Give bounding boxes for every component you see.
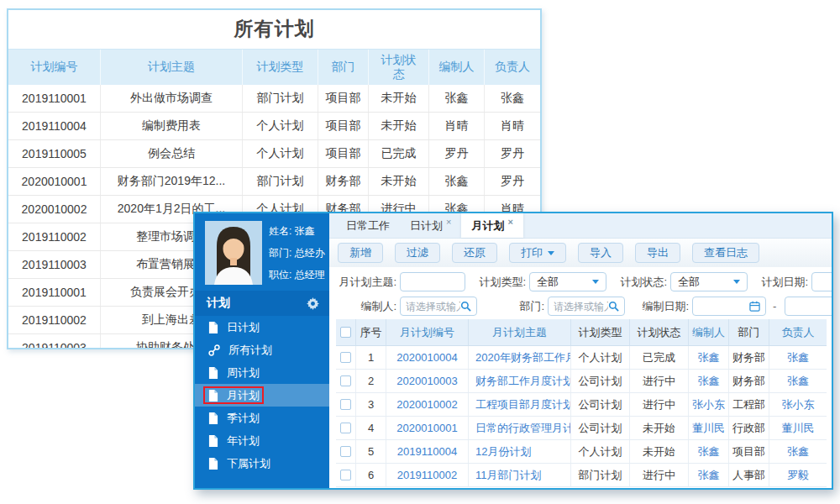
cell-status: 未开始 <box>630 417 689 439</box>
sidebar-item-下属计划[interactable]: 下属计划 <box>195 452 329 475</box>
cell-subject[interactable]: 财务部工作月度计划 <box>469 370 571 392</box>
cell-creator[interactable]: 张鑫 <box>689 370 729 392</box>
caret-down-icon <box>548 251 554 255</box>
column-header: 计划状态 <box>630 319 689 345</box>
select-all-checkbox[interactable] <box>340 327 351 338</box>
button-label: 过滤 <box>407 245 428 260</box>
tab-label: 日计划 <box>410 218 443 234</box>
sidebar-section-header: 计划 <box>195 291 329 316</box>
filter-input-月计划主题[interactable] <box>400 272 465 291</box>
还原-button[interactable]: 还原 <box>452 243 497 263</box>
row-checkbox[interactable] <box>340 399 351 410</box>
sidebar-item-月计划[interactable]: 月计划 <box>195 384 329 407</box>
filter-select-计划状态[interactable]: 全部 <box>670 272 748 291</box>
button-label: 导出 <box>647 245 669 260</box>
cell-creator[interactable]: 张鑫 <box>689 440 729 463</box>
sidebar-item-日计划[interactable]: 日计划 <box>195 316 329 339</box>
sidebar-item-所有计划[interactable]: 所有计划 <box>195 339 329 361</box>
filter-input-计划日期[interactable] <box>811 272 832 291</box>
row-checkbox[interactable] <box>340 423 351 433</box>
tab-日常工作[interactable]: 日常工作 <box>336 213 400 238</box>
cell-plan_no[interactable]: 2019110002 <box>386 464 469 486</box>
cell: 2019110001 <box>8 279 101 306</box>
close-icon[interactable]: × <box>446 217 451 227</box>
sidebar-item-季计划[interactable]: 季计划 <box>195 407 329 429</box>
cell-subject[interactable]: 日常的行政管理月计划 <box>469 417 571 439</box>
cell-plan_no[interactable]: 2020010004 <box>386 346 469 369</box>
gear-icon[interactable] <box>307 297 319 310</box>
tab-月计划[interactable]: 月计划× <box>461 213 522 238</box>
calendar-icon[interactable] <box>749 301 760 312</box>
search-input[interactable] <box>554 301 608 312</box>
cell-seq: 5 <box>356 440 386 463</box>
filter-row-2: 编制人:部门:编制日期:- <box>329 294 832 318</box>
cell-creator[interactable]: 张鑫 <box>689 346 729 369</box>
查看日志-button[interactable]: 查看日志 <box>692 243 759 263</box>
tab-label: 日常工作 <box>346 218 390 234</box>
plan-manager-window: 姓名: 张鑫 部门: 总经办 职位: 总经理 计划 日计划所有计划周计划月计划季… <box>193 212 833 490</box>
cell-owner[interactable]: 张鑫 <box>769 370 827 392</box>
cell-plan_no[interactable]: 2020010001 <box>386 417 469 439</box>
table-row: 32020010002工程项目部月度计划公司计划进行中张小东工程部张小东 <box>336 393 827 417</box>
filter-search-编制人[interactable] <box>400 297 477 316</box>
cell-status: 已完成 <box>630 346 689 369</box>
导出-button[interactable]: 导出 <box>635 243 680 263</box>
cell-subject[interactable]: 11月部门计划 <box>469 464 571 486</box>
filter-bar: 月计划主题:计划类型:全部计划状态:全部计划日期: 编制人:部门:编制日期:- <box>329 267 832 319</box>
cell-owner[interactable]: 张鑫 <box>769 440 827 463</box>
tab-日计划[interactable]: 日计划× <box>400 213 461 238</box>
close-icon[interactable]: × <box>507 217 512 227</box>
cell-subject[interactable]: 12月份计划 <box>469 440 571 463</box>
row-checkbox[interactable] <box>340 446 351 457</box>
row-checkbox-cell <box>336 464 356 486</box>
row-checkbox[interactable] <box>340 470 351 480</box>
button-label: 打印 <box>521 245 543 260</box>
cell-owner[interactable]: 张鑫 <box>769 346 827 369</box>
column-header-label: 部门 <box>332 60 355 75</box>
filter-search-部门[interactable] <box>548 297 625 316</box>
sidebar-item-label: 日计划 <box>227 320 260 335</box>
row-checkbox[interactable] <box>340 375 351 386</box>
filter-select-计划类型[interactable]: 全部 <box>529 272 606 291</box>
tab-label: 月计划 <box>471 218 504 234</box>
cell-status: 进行中 <box>630 370 689 392</box>
cell-dept: 财务部 <box>729 370 769 392</box>
file-icon <box>208 322 218 333</box>
cell-owner[interactable]: 张小东 <box>769 393 827 416</box>
cell-dept: 人事部 <box>729 464 769 486</box>
date-range-separator: - <box>773 300 776 312</box>
cell-plan_no[interactable]: 2019110004 <box>386 440 469 463</box>
cell-subject[interactable]: 2020年财务部工作月... <box>469 346 571 369</box>
row-checkbox[interactable] <box>340 352 351 363</box>
sidebar-item-周计划[interactable]: 周计划 <box>195 361 329 384</box>
cell-creator[interactable]: 张小东 <box>689 393 729 416</box>
cell-type: 部门计划 <box>571 464 630 486</box>
cell-plan_no[interactable]: 2020010003 <box>386 370 469 392</box>
新增-button[interactable]: 新增 <box>338 243 383 263</box>
cell-owner[interactable]: 罗毅 <box>769 464 827 486</box>
sidebar-item-label: 年计划 <box>227 433 260 449</box>
cell: 财务部门2019年12... <box>101 168 243 195</box>
cell-plan_no[interactable]: 2020010002 <box>386 393 469 416</box>
cell-owner[interactable]: 董川民 <box>769 417 827 439</box>
search-icon[interactable] <box>608 301 619 312</box>
filter-date-end[interactable] <box>785 297 832 316</box>
row-checkbox-cell <box>336 346 356 369</box>
filter-label: 月计划主题: <box>336 275 396 290</box>
column-header: 部门 <box>318 50 369 85</box>
search-icon[interactable] <box>460 301 471 312</box>
filter-label: 部门: <box>507 299 544 314</box>
导入-button[interactable]: 导入 <box>578 243 623 263</box>
filter-date-start[interactable] <box>692 297 766 316</box>
cell: 2020010002 <box>8 196 101 223</box>
cell-seq: 3 <box>356 393 386 416</box>
profile-dept: 部门: 总经办 <box>269 242 325 264</box>
cell-creator[interactable]: 张鑫 <box>689 464 729 486</box>
sidebar-item-年计划[interactable]: 年计划 <box>195 429 329 452</box>
打印-button[interactable]: 打印 <box>509 243 566 263</box>
cell-subject[interactable]: 工程项目部月度计划 <box>469 393 571 416</box>
过滤-button[interactable]: 过滤 <box>395 243 440 263</box>
search-input[interactable] <box>406 301 460 312</box>
cell: 张鑫 <box>429 168 485 195</box>
cell-creator[interactable]: 董川民 <box>689 417 729 439</box>
